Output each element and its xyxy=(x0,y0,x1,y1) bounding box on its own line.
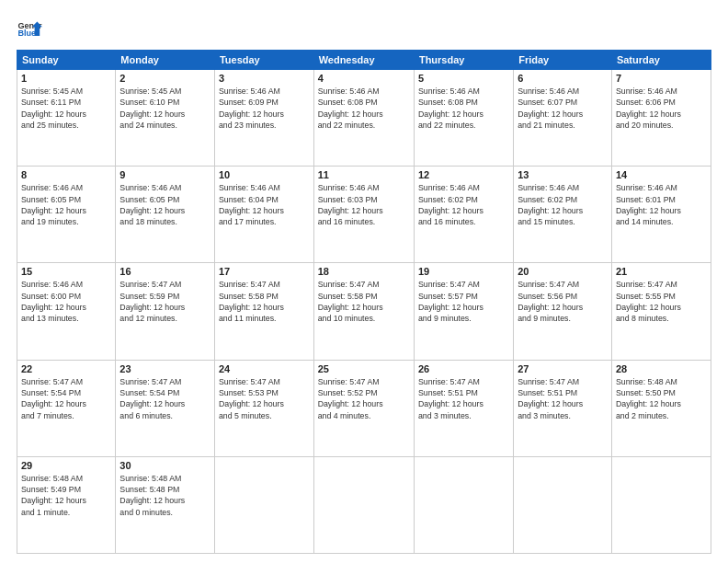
weekday-header-sunday: Sunday xyxy=(17,51,116,70)
day-cell-3: 3Sunrise: 5:46 AMSunset: 6:09 PMDaylight… xyxy=(214,70,313,167)
day-info: Sunrise: 5:46 AMSunset: 6:03 PMDaylight:… xyxy=(318,182,410,227)
day-info: Sunrise: 5:46 AMSunset: 6:06 PMDaylight:… xyxy=(616,86,707,131)
day-info: Sunrise: 5:45 AMSunset: 6:11 PMDaylight:… xyxy=(21,86,111,131)
day-info: Sunrise: 5:47 AMSunset: 5:59 PMDaylight:… xyxy=(119,279,210,324)
header: General Blue xyxy=(17,17,711,42)
day-number: 28 xyxy=(616,363,707,374)
day-info: Sunrise: 5:48 AMSunset: 5:48 PMDaylight:… xyxy=(119,473,210,518)
day-number: 2 xyxy=(119,73,210,84)
empty-cell xyxy=(611,456,711,553)
empty-cell xyxy=(514,456,612,553)
day-number: 30 xyxy=(119,460,210,471)
weekday-header-row: SundayMondayTuesdayWednesdayThursdayFrid… xyxy=(17,51,711,70)
day-info: Sunrise: 5:46 AMSunset: 6:01 PMDaylight:… xyxy=(616,182,707,227)
day-number: 16 xyxy=(119,266,210,277)
day-info: Sunrise: 5:46 AMSunset: 6:02 PMDaylight:… xyxy=(418,182,509,227)
day-number: 24 xyxy=(219,363,310,374)
day-cell-22: 22Sunrise: 5:47 AMSunset: 5:54 PMDayligh… xyxy=(17,360,116,456)
day-number: 12 xyxy=(418,169,509,180)
day-info: Sunrise: 5:46 AMSunset: 6:08 PMDaylight:… xyxy=(418,86,509,131)
day-info: Sunrise: 5:46 AMSunset: 6:00 PMDaylight:… xyxy=(21,279,111,324)
day-number: 19 xyxy=(418,266,509,277)
week-row-1: 1Sunrise: 5:45 AMSunset: 6:11 PMDaylight… xyxy=(17,70,711,167)
calendar-table: SundayMondayTuesdayWednesdayThursdayFrid… xyxy=(17,50,711,554)
day-info: Sunrise: 5:46 AMSunset: 6:07 PMDaylight:… xyxy=(518,86,608,131)
day-cell-19: 19Sunrise: 5:47 AMSunset: 5:57 PMDayligh… xyxy=(414,263,513,360)
logo: General Blue xyxy=(17,17,42,42)
day-info: Sunrise: 5:47 AMSunset: 5:54 PMDaylight:… xyxy=(119,376,210,421)
svg-text:Blue: Blue xyxy=(17,29,36,38)
day-number: 13 xyxy=(518,169,608,180)
weekday-header-wednesday: Wednesday xyxy=(313,51,414,70)
day-number: 17 xyxy=(219,266,310,277)
empty-cell xyxy=(214,456,313,553)
day-info: Sunrise: 5:47 AMSunset: 5:55 PMDaylight:… xyxy=(616,279,707,324)
week-row-4: 22Sunrise: 5:47 AMSunset: 5:54 PMDayligh… xyxy=(17,360,711,456)
day-cell-28: 28Sunrise: 5:48 AMSunset: 5:50 PMDayligh… xyxy=(611,360,711,456)
day-number: 9 xyxy=(119,169,210,180)
weekday-header-monday: Monday xyxy=(116,51,215,70)
day-cell-7: 7Sunrise: 5:46 AMSunset: 6:06 PMDaylight… xyxy=(611,70,711,167)
day-number: 6 xyxy=(518,73,608,84)
day-number: 11 xyxy=(318,169,410,180)
day-cell-13: 13Sunrise: 5:46 AMSunset: 6:02 PMDayligh… xyxy=(514,167,612,263)
week-row-2: 8Sunrise: 5:46 AMSunset: 6:05 PMDaylight… xyxy=(17,167,711,263)
day-info: Sunrise: 5:47 AMSunset: 5:53 PMDaylight:… xyxy=(219,376,310,421)
day-cell-16: 16Sunrise: 5:47 AMSunset: 5:59 PMDayligh… xyxy=(116,263,215,360)
day-number: 25 xyxy=(318,363,410,374)
day-cell-10: 10Sunrise: 5:46 AMSunset: 6:04 PMDayligh… xyxy=(214,167,313,263)
day-number: 22 xyxy=(21,363,111,374)
day-cell-26: 26Sunrise: 5:47 AMSunset: 5:51 PMDayligh… xyxy=(414,360,513,456)
day-cell-23: 23Sunrise: 5:47 AMSunset: 5:54 PMDayligh… xyxy=(116,360,215,456)
weekday-header-thursday: Thursday xyxy=(414,51,513,70)
day-info: Sunrise: 5:47 AMSunset: 5:58 PMDaylight:… xyxy=(318,279,410,324)
logo-icon: General Blue xyxy=(17,17,42,42)
page: General Blue SundayMondayTuesdayWednesda… xyxy=(0,0,728,563)
day-info: Sunrise: 5:47 AMSunset: 5:58 PMDaylight:… xyxy=(219,279,310,324)
day-number: 7 xyxy=(616,73,707,84)
day-number: 1 xyxy=(21,73,111,84)
day-cell-14: 14Sunrise: 5:46 AMSunset: 6:01 PMDayligh… xyxy=(611,167,711,263)
day-number: 21 xyxy=(616,266,707,277)
empty-cell xyxy=(414,456,513,553)
day-info: Sunrise: 5:46 AMSunset: 6:08 PMDaylight:… xyxy=(318,86,410,131)
day-number: 3 xyxy=(219,73,310,84)
week-row-5: 29Sunrise: 5:48 AMSunset: 5:49 PMDayligh… xyxy=(17,456,711,553)
day-cell-21: 21Sunrise: 5:47 AMSunset: 5:55 PMDayligh… xyxy=(611,263,711,360)
day-cell-11: 11Sunrise: 5:46 AMSunset: 6:03 PMDayligh… xyxy=(313,167,414,263)
day-info: Sunrise: 5:48 AMSunset: 5:49 PMDaylight:… xyxy=(21,473,111,518)
day-info: Sunrise: 5:48 AMSunset: 5:50 PMDaylight:… xyxy=(616,376,707,421)
day-cell-24: 24Sunrise: 5:47 AMSunset: 5:53 PMDayligh… xyxy=(214,360,313,456)
weekday-header-tuesday: Tuesday xyxy=(214,51,313,70)
day-number: 18 xyxy=(318,266,410,277)
weekday-header-friday: Friday xyxy=(514,51,612,70)
day-cell-15: 15Sunrise: 5:46 AMSunset: 6:00 PMDayligh… xyxy=(17,263,116,360)
day-cell-6: 6Sunrise: 5:46 AMSunset: 6:07 PMDaylight… xyxy=(514,70,612,167)
day-info: Sunrise: 5:46 AMSunset: 6:04 PMDaylight:… xyxy=(219,182,310,227)
day-cell-20: 20Sunrise: 5:47 AMSunset: 5:56 PMDayligh… xyxy=(514,263,612,360)
day-info: Sunrise: 5:47 AMSunset: 5:51 PMDaylight:… xyxy=(418,376,509,421)
day-info: Sunrise: 5:47 AMSunset: 5:52 PMDaylight:… xyxy=(318,376,410,421)
day-cell-30: 30Sunrise: 5:48 AMSunset: 5:48 PMDayligh… xyxy=(116,456,215,553)
day-number: 8 xyxy=(21,169,111,180)
day-cell-12: 12Sunrise: 5:46 AMSunset: 6:02 PMDayligh… xyxy=(414,167,513,263)
day-cell-27: 27Sunrise: 5:47 AMSunset: 5:51 PMDayligh… xyxy=(514,360,612,456)
day-info: Sunrise: 5:47 AMSunset: 5:56 PMDaylight:… xyxy=(518,279,608,324)
day-info: Sunrise: 5:46 AMSunset: 6:02 PMDaylight:… xyxy=(518,182,608,227)
day-cell-8: 8Sunrise: 5:46 AMSunset: 6:05 PMDaylight… xyxy=(17,167,116,263)
day-cell-4: 4Sunrise: 5:46 AMSunset: 6:08 PMDaylight… xyxy=(313,70,414,167)
day-cell-29: 29Sunrise: 5:48 AMSunset: 5:49 PMDayligh… xyxy=(17,456,116,553)
day-info: Sunrise: 5:47 AMSunset: 5:57 PMDaylight:… xyxy=(418,279,509,324)
day-number: 27 xyxy=(518,363,608,374)
day-number: 29 xyxy=(21,460,111,471)
day-number: 10 xyxy=(219,169,310,180)
day-cell-2: 2Sunrise: 5:45 AMSunset: 6:10 PMDaylight… xyxy=(116,70,215,167)
day-cell-18: 18Sunrise: 5:47 AMSunset: 5:58 PMDayligh… xyxy=(313,263,414,360)
day-number: 26 xyxy=(418,363,509,374)
day-cell-5: 5Sunrise: 5:46 AMSunset: 6:08 PMDaylight… xyxy=(414,70,513,167)
day-cell-1: 1Sunrise: 5:45 AMSunset: 6:11 PMDaylight… xyxy=(17,70,116,167)
day-info: Sunrise: 5:46 AMSunset: 6:09 PMDaylight:… xyxy=(219,86,310,131)
day-number: 4 xyxy=(318,73,410,84)
day-info: Sunrise: 5:47 AMSunset: 5:54 PMDaylight:… xyxy=(21,376,111,421)
day-cell-25: 25Sunrise: 5:47 AMSunset: 5:52 PMDayligh… xyxy=(313,360,414,456)
